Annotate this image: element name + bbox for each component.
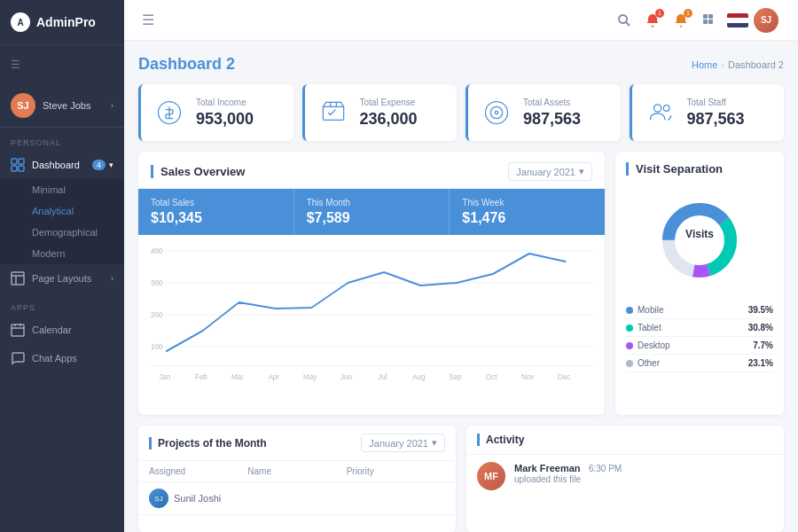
desktop-pct: 7.7% [753,340,773,350]
svg-text:100: 100 [151,342,163,352]
language-button[interactable] [724,6,752,35]
month-sales-value: $7,589 [307,210,437,226]
svg-rect-13 [703,14,708,19]
svg-rect-4 [12,272,24,285]
svg-point-11 [619,15,627,23]
donut-chart-container: Visits [626,184,773,296]
content-area: Dashboard 2 Home › Dashboard 2 Total Inc… [124,41,798,532]
sales-chart-area: 400 300 200 100 Jan Feb Mar Apr May Jun [138,235,605,394]
sidebar-sub-modern[interactable]: Modern [0,243,124,264]
staff-label: Total Staff [687,98,745,107]
activity-person-name: Mark Freeman [514,463,581,473]
sidebar-item-calendar[interactable]: Calendar [0,316,124,344]
svg-rect-16 [708,20,713,24]
month-sales-label: This Month [307,198,437,207]
section-label-personal: PERSONAL [0,128,124,151]
tablet-dot [626,325,633,332]
svg-text:200: 200 [151,310,163,320]
projects-title: Projects of the Month [149,437,267,450]
svg-text:Apr: Apr [269,372,280,382]
income-icon [153,97,185,129]
svg-text:Nov: Nov [521,372,535,382]
svg-text:300: 300 [151,278,163,288]
sidebar: A AdminPro ☰ SJ Steve Jobs › PERSONAL Da… [0,0,124,532]
calendar-icon [11,323,25,337]
search-button[interactable] [610,6,638,35]
sales-chart: 400 300 200 100 Jan Feb Mar Apr May Jun [151,242,592,384]
sales-title: Sales Overview [151,165,245,178]
svg-text:Jun: Jun [340,372,352,382]
notifications-button[interactable]: 1 [638,6,667,35]
breadcrumb-separator: › [721,59,724,70]
breadcrumb-home[interactable]: Home [692,59,717,70]
sidebar-item-dashboard[interactable]: Dashboard 4 ▾ [0,151,124,179]
sidebar-hamburger[interactable]: ☰ [0,45,124,84]
stat-info-staff: Total Staff 987,563 [687,98,745,129]
svg-text:400: 400 [151,246,163,256]
user-avatar: SJ [11,93,35,118]
mobile-dot [626,307,633,314]
svg-line-12 [626,22,630,26]
total-sales-value: $10,345 [151,210,281,226]
sidebar-item-page-layouts[interactable]: Page Layouts › [0,264,124,293]
assets-icon [481,97,512,129]
stat-cards: Total Income 953,000 Total Expense 236,0… [138,84,784,141]
projects-filter[interactable]: January 2021 ▾ [361,434,445,452]
sidebar-sub-analytical[interactable]: Analytical [0,200,124,222]
topbar-hamburger[interactable]: ☰ [142,12,154,28]
svg-text:Sep: Sep [449,372,461,382]
svg-text:Feb: Feb [195,372,207,382]
week-sales-summary: This Week $1,476 [450,189,605,235]
projects-filter-chevron-icon: ▾ [432,437,437,449]
week-sales-value: $1,476 [462,210,592,226]
svg-rect-14 [708,14,713,19]
svg-text:Jul: Jul [378,372,387,382]
income-value: 953,000 [196,110,254,129]
sales-panel-header: Sales Overview January 2021 ▾ [138,152,605,189]
svg-point-22 [663,106,669,112]
notification-badge: 1 [655,9,664,18]
expense-icon [317,97,349,129]
sidebar-user[interactable]: SJ Steve Jobs › [0,84,124,128]
svg-rect-0 [12,159,17,164]
svg-point-20 [495,111,497,113]
svg-point-19 [490,106,502,118]
page-layouts-label: Page Layouts [32,273,111,284]
projects-filter-label: January 2021 [369,438,428,449]
total-sales-summary: Total Sales $10,345 [138,189,294,235]
donut-chart: Visits [651,192,748,289]
sales-filter[interactable]: January 2021 ▾ [508,162,592,181]
alerts-button[interactable]: 1 [667,6,695,35]
expense-value: 236,000 [360,110,418,129]
desktop-dot [626,342,633,349]
sales-summary: Total Sales $10,345 This Month $7,589 Th… [138,189,605,235]
svg-text:May: May [303,372,317,382]
stat-info-expense: Total Expense 236,000 [360,98,418,129]
legend-mobile-label: Mobile [626,305,748,315]
page-layouts-chevron-icon: › [111,274,113,283]
logo-icon: A [11,12,30,32]
activity-text: Mark Freeman 6:30 PM uploaded this file [514,462,773,484]
visit-title: Visit Separation [626,162,773,176]
svg-rect-3 [19,166,24,171]
sidebar-logo: A AdminPro [0,0,124,45]
chat-icon [11,351,25,365]
sidebar-item-chat[interactable]: Chat Apps [0,344,124,372]
activity-avatar: MF [477,462,505,490]
apps-grid-button[interactable] [695,6,724,35]
col-priority: Priority [347,466,445,476]
projects-panel: Projects of the Month January 2021 ▾ Ass… [138,426,456,532]
sidebar-sub-demographical[interactable]: Demographical [0,222,124,243]
assets-value: 987,563 [523,110,581,129]
svg-text:Oct: Oct [486,372,497,382]
svg-text:Mar: Mar [231,372,244,382]
legend-other: Other 23.1% [626,355,773,372]
profile-button[interactable]: SJ [752,6,780,35]
assigned-avatar: SJ [149,489,168,508]
tablet-pct: 30.8% [748,323,773,332]
sales-filter-chevron-icon: ▾ [579,166,584,177]
svg-text:Visits: Visits [685,228,714,240]
activity-title: Activity [477,434,524,446]
sidebar-sub-minimal[interactable]: Minimal [0,179,124,200]
stat-info-assets: Total Assets 987,563 [523,98,581,129]
